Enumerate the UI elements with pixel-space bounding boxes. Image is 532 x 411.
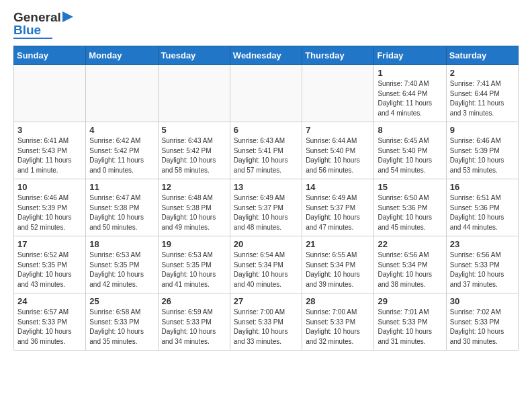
day-info: Sunrise: 6:53 AM Sunset: 5:35 PM Dayligh… [89, 250, 154, 289]
day-info: Sunrise: 6:56 AM Sunset: 5:33 PM Dayligh… [450, 250, 515, 289]
logo-rule [13, 38, 52, 39]
header: General Blue [13, 11, 519, 39]
day-number: 11 [89, 182, 154, 192]
weekday-header-thursday: Thursday [302, 46, 374, 65]
day-info: Sunrise: 6:44 AM Sunset: 5:40 PM Dayligh… [306, 136, 370, 175]
weekday-header-monday: Monday [86, 46, 158, 65]
calendar-cell: 30Sunrise: 7:02 AM Sunset: 5:33 PM Dayli… [446, 293, 518, 351]
calendar-cell: 10Sunrise: 6:46 AM Sunset: 5:39 PM Dayli… [14, 179, 86, 236]
day-number: 3 [17, 125, 82, 135]
day-number: 28 [306, 296, 370, 306]
day-info: Sunrise: 7:00 AM Sunset: 5:33 PM Dayligh… [306, 308, 370, 347]
day-info: Sunrise: 7:01 AM Sunset: 5:33 PM Dayligh… [378, 308, 442, 347]
day-number: 21 [306, 239, 370, 249]
weekday-header-friday: Friday [374, 46, 446, 65]
day-info: Sunrise: 6:46 AM Sunset: 5:39 PM Dayligh… [17, 193, 82, 232]
day-info: Sunrise: 6:41 AM Sunset: 5:43 PM Dayligh… [17, 136, 82, 175]
day-info: Sunrise: 7:00 AM Sunset: 5:33 PM Dayligh… [234, 308, 298, 347]
day-info: Sunrise: 6:58 AM Sunset: 5:33 PM Dayligh… [89, 308, 154, 347]
day-info: Sunrise: 6:57 AM Sunset: 5:33 PM Dayligh… [17, 308, 82, 347]
calendar-cell: 1Sunrise: 7:40 AM Sunset: 6:44 PM Daylig… [374, 65, 446, 122]
day-info: Sunrise: 6:50 AM Sunset: 5:36 PM Dayligh… [378, 193, 442, 232]
calendar-cell: 5Sunrise: 6:43 AM Sunset: 5:42 PM Daylig… [158, 122, 230, 179]
day-info: Sunrise: 6:45 AM Sunset: 5:40 PM Dayligh… [378, 136, 442, 175]
calendar-cell: 3Sunrise: 6:41 AM Sunset: 5:43 PM Daylig… [14, 122, 86, 179]
calendar-cell: 14Sunrise: 6:49 AM Sunset: 5:37 PM Dayli… [302, 179, 374, 236]
calendar-table: SundayMondayTuesdayWednesdayThursdayFrid… [13, 46, 519, 351]
day-number: 26 [162, 296, 226, 306]
day-number: 18 [89, 239, 154, 249]
day-number: 15 [378, 182, 442, 192]
day-number: 5 [162, 125, 226, 135]
calendar-cell: 9Sunrise: 6:46 AM Sunset: 5:39 PM Daylig… [446, 122, 518, 179]
logo-blue-text: Blue [13, 24, 41, 36]
day-number: 1 [378, 68, 442, 78]
calendar-cell: 25Sunrise: 6:58 AM Sunset: 5:33 PM Dayli… [86, 293, 158, 351]
day-info: Sunrise: 6:53 AM Sunset: 5:35 PM Dayligh… [162, 250, 226, 289]
week-row-2: 3Sunrise: 6:41 AM Sunset: 5:43 PM Daylig… [14, 122, 519, 179]
calendar-cell: 6Sunrise: 6:43 AM Sunset: 5:41 PM Daylig… [230, 122, 302, 179]
day-number: 20 [234, 239, 298, 249]
calendar-cell: 17Sunrise: 6:52 AM Sunset: 5:35 PM Dayli… [14, 236, 86, 293]
day-number: 2 [450, 68, 515, 78]
calendar-cell: 2Sunrise: 7:41 AM Sunset: 6:44 PM Daylig… [446, 65, 518, 122]
calendar-cell: 7Sunrise: 6:44 AM Sunset: 5:40 PM Daylig… [302, 122, 374, 179]
calendar-cell [86, 65, 158, 122]
day-info: Sunrise: 6:48 AM Sunset: 5:38 PM Dayligh… [162, 193, 226, 232]
day-number: 29 [378, 296, 442, 306]
day-info: Sunrise: 7:40 AM Sunset: 6:44 PM Dayligh… [378, 79, 442, 118]
day-info: Sunrise: 7:02 AM Sunset: 5:33 PM Dayligh… [450, 308, 515, 347]
day-info: Sunrise: 6:49 AM Sunset: 5:37 PM Dayligh… [234, 193, 298, 232]
page: General Blue SundayMondayTuesdayWednesda… [0, 0, 532, 361]
calendar-cell: 12Sunrise: 6:48 AM Sunset: 5:38 PM Dayli… [158, 179, 230, 236]
calendar-cell [158, 65, 230, 122]
calendar-cell: 4Sunrise: 6:42 AM Sunset: 5:42 PM Daylig… [86, 122, 158, 179]
week-row-3: 10Sunrise: 6:46 AM Sunset: 5:39 PM Dayli… [14, 179, 519, 236]
calendar-cell: 27Sunrise: 7:00 AM Sunset: 5:33 PM Dayli… [230, 293, 302, 351]
day-info: Sunrise: 6:42 AM Sunset: 5:42 PM Dayligh… [89, 136, 154, 175]
calendar-cell: 8Sunrise: 6:45 AM Sunset: 5:40 PM Daylig… [374, 122, 446, 179]
calendar-cell: 29Sunrise: 7:01 AM Sunset: 5:33 PM Dayli… [374, 293, 446, 351]
day-number: 10 [17, 182, 82, 192]
weekday-header-row: SundayMondayTuesdayWednesdayThursdayFrid… [14, 46, 519, 65]
weekday-header-tuesday: Tuesday [158, 46, 230, 65]
calendar-cell [302, 65, 374, 122]
day-number: 7 [306, 125, 370, 135]
calendar-cell: 24Sunrise: 6:57 AM Sunset: 5:33 PM Dayli… [14, 293, 86, 351]
day-number: 12 [162, 182, 226, 192]
week-row-4: 17Sunrise: 6:52 AM Sunset: 5:35 PM Dayli… [14, 236, 519, 293]
calendar-cell: 21Sunrise: 6:55 AM Sunset: 5:34 PM Dayli… [302, 236, 374, 293]
day-info: Sunrise: 6:51 AM Sunset: 5:36 PM Dayligh… [450, 193, 515, 232]
day-number: 17 [17, 239, 82, 249]
day-number: 6 [234, 125, 298, 135]
day-info: Sunrise: 6:47 AM Sunset: 5:38 PM Dayligh… [89, 193, 154, 232]
calendar-cell: 20Sunrise: 6:54 AM Sunset: 5:34 PM Dayli… [230, 236, 302, 293]
weekday-header-wednesday: Wednesday [230, 46, 302, 65]
day-number: 23 [450, 239, 515, 249]
day-number: 13 [234, 182, 298, 192]
weekday-header-sunday: Sunday [14, 46, 86, 65]
day-number: 8 [378, 125, 442, 135]
day-info: Sunrise: 7:41 AM Sunset: 6:44 PM Dayligh… [450, 79, 515, 118]
calendar-cell: 16Sunrise: 6:51 AM Sunset: 5:36 PM Dayli… [446, 179, 518, 236]
day-info: Sunrise: 6:46 AM Sunset: 5:39 PM Dayligh… [450, 136, 515, 175]
day-info: Sunrise: 6:49 AM Sunset: 5:37 PM Dayligh… [306, 193, 370, 232]
calendar-cell: 23Sunrise: 6:56 AM Sunset: 5:33 PM Dayli… [446, 236, 518, 293]
calendar-cell: 28Sunrise: 7:00 AM Sunset: 5:33 PM Dayli… [302, 293, 374, 351]
day-number: 22 [378, 239, 442, 249]
day-info: Sunrise: 6:43 AM Sunset: 5:42 PM Dayligh… [162, 136, 226, 175]
day-info: Sunrise: 6:54 AM Sunset: 5:34 PM Dayligh… [234, 250, 298, 289]
logo: General Blue [13, 11, 73, 39]
day-number: 19 [162, 239, 226, 249]
calendar-cell: 19Sunrise: 6:53 AM Sunset: 5:35 PM Dayli… [158, 236, 230, 293]
day-number: 16 [450, 182, 515, 192]
weekday-header-saturday: Saturday [446, 46, 518, 65]
week-row-1: 1Sunrise: 7:40 AM Sunset: 6:44 PM Daylig… [14, 65, 519, 122]
svg-marker-0 [62, 11, 73, 22]
day-number: 14 [306, 182, 370, 192]
calendar-cell: 11Sunrise: 6:47 AM Sunset: 5:38 PM Dayli… [86, 179, 158, 236]
day-number: 30 [450, 296, 515, 306]
calendar-cell: 18Sunrise: 6:53 AM Sunset: 5:35 PM Dayli… [86, 236, 158, 293]
calendar-cell: 15Sunrise: 6:50 AM Sunset: 5:36 PM Dayli… [374, 179, 446, 236]
day-number: 9 [450, 125, 515, 135]
